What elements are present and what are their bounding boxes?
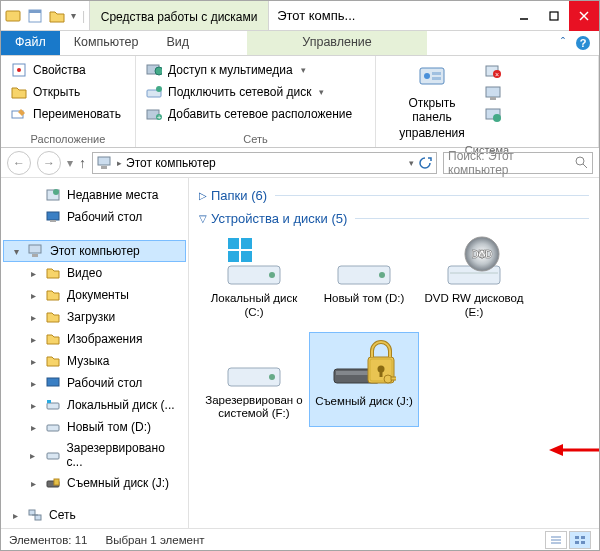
svg-rect-44 [47, 453, 59, 459]
svg-rect-39 [32, 254, 38, 257]
refresh-icon[interactable] [418, 156, 432, 170]
maximize-button[interactable] [539, 1, 569, 31]
svg-rect-56 [241, 251, 252, 262]
contextual-tab-group: Средства работы с дисками [89, 1, 269, 30]
search-input[interactable]: Поиск: Этот компьютер [443, 152, 593, 174]
nav-removable-j[interactable]: ▸Съемный диск (J:) [3, 472, 186, 494]
svg-text:×: × [495, 71, 499, 78]
drive-e[interactable]: DVD DVD RW дисковод (E:) [419, 230, 529, 326]
ribbon-open[interactable]: Открыть [7, 82, 129, 102]
qat-folder-icon[interactable] [49, 8, 65, 24]
svg-line-33 [583, 164, 587, 168]
ribbon-system-icon[interactable] [484, 84, 502, 102]
drive-f[interactable]: Зарезервирован о системой (F:) [199, 332, 309, 428]
svg-rect-80 [575, 536, 579, 539]
nav-desktop2[interactable]: ▸Рабочий стол [3, 372, 186, 394]
tab-file[interactable]: Файл [1, 31, 60, 55]
nav-back-button[interactable]: ← [7, 151, 31, 175]
svg-rect-83 [581, 541, 585, 544]
ribbon-add-net-location[interactable]: +Добавить сетевое расположение [142, 104, 369, 124]
nav-downloads[interactable]: ▸Загрузки [3, 306, 186, 328]
tab-manage[interactable]: Управление [247, 31, 427, 55]
address-bar[interactable]: ▸ Этот компьютер ▾ [92, 152, 437, 174]
help-icon[interactable]: ? [575, 35, 591, 51]
svg-rect-30 [98, 157, 110, 165]
ribbon-map-drive[interactable]: Подключить сетевой диск▾ [142, 82, 369, 102]
nav-pictures[interactable]: ▸Изображения [3, 328, 186, 350]
qat-dropdown-icon[interactable]: ▾ [71, 10, 76, 21]
close-button[interactable] [569, 1, 599, 31]
svg-rect-19 [420, 68, 444, 84]
pc-icon [97, 156, 113, 170]
svg-rect-46 [54, 479, 59, 485]
svg-rect-37 [50, 220, 56, 222]
svg-marker-76 [549, 444, 563, 456]
nav-history-icon[interactable]: ▾ [67, 156, 73, 170]
address-dropdown-icon[interactable]: ▾ [409, 158, 414, 168]
drive-d[interactable]: Новый том (D:) [309, 230, 419, 326]
svg-rect-42 [47, 400, 51, 403]
annotation-arrow [549, 438, 599, 462]
search-icon [575, 156, 588, 169]
drive-c[interactable]: Локальный диск (C:) [199, 230, 309, 326]
svg-point-15 [156, 86, 162, 92]
svg-rect-41 [47, 403, 59, 409]
ribbon-rename[interactable]: Переименовать [7, 104, 129, 124]
tab-view[interactable]: Вид [152, 31, 203, 55]
view-icons-button[interactable] [569, 531, 591, 549]
svg-rect-31 [101, 166, 107, 169]
content-pane[interactable]: ▷Папки (6) ▽Устройства и диски (5) Локал… [189, 178, 599, 528]
ribbon-media-access[interactable]: Доступ к мультимедиа▾ [142, 60, 369, 80]
ribbon-uninstall-icon[interactable]: × [484, 62, 502, 80]
svg-rect-73 [391, 377, 396, 380]
ribbon-properties[interactable]: Свойства [7, 60, 129, 80]
search-placeholder: Поиск: Этот компьютер [448, 149, 571, 177]
svg-rect-43 [47, 425, 59, 431]
svg-point-29 [493, 114, 501, 122]
svg-rect-36 [47, 212, 59, 220]
svg-rect-38 [29, 245, 41, 253]
nav-forward-button[interactable]: → [37, 151, 61, 175]
drive-icon [222, 338, 286, 390]
status-selected: Выбран 1 элемент [105, 534, 204, 546]
navigation-pane[interactable]: Недавние места Рабочий стол ▾Этот компью… [1, 178, 189, 528]
drive-j[interactable]: Съемный диск (J:) [309, 332, 419, 428]
group-devices[interactable]: ▽Устройства и диски (5) [199, 207, 589, 230]
svg-point-58 [379, 272, 385, 278]
nav-desktop[interactable]: Рабочий стол [3, 206, 186, 228]
svg-text:?: ? [580, 37, 587, 49]
qat-properties-icon[interactable] [27, 8, 43, 24]
nav-documents[interactable]: ▸Документы [3, 284, 186, 306]
view-details-button[interactable] [545, 531, 567, 549]
nav-up-button[interactable]: ↑ [79, 155, 86, 171]
svg-rect-53 [228, 238, 239, 249]
nav-new-d[interactable]: ▸Новый том (D:) [3, 416, 186, 438]
minimize-button[interactable] [509, 1, 539, 31]
nav-video[interactable]: ▸Видео [3, 262, 186, 284]
ribbon-group-location: Расположение [7, 131, 129, 145]
group-folders[interactable]: ▷Папки (6) [199, 184, 589, 207]
address-path: Этот компьютер [126, 156, 216, 170]
window-title: Этот компь... [269, 1, 509, 30]
ribbon-open-control-panel[interactable]: Открыть панель управления [382, 60, 482, 142]
svg-rect-54 [241, 238, 252, 249]
tab-computer[interactable]: Компьютер [60, 31, 153, 55]
svg-text:+: + [157, 113, 162, 121]
svg-rect-81 [581, 536, 585, 539]
drive-icon [222, 236, 286, 288]
nav-recent[interactable]: Недавние места [3, 184, 186, 206]
app-icon [5, 8, 21, 24]
nav-this-pc[interactable]: ▾Этот компьютер [3, 240, 186, 262]
nav-network[interactable]: ▸Сеть [3, 504, 186, 526]
nav-local-c[interactable]: ▸Локальный диск (... [3, 394, 186, 416]
ribbon-manage-icon[interactable] [484, 106, 502, 124]
svg-rect-21 [432, 72, 441, 75]
svg-point-35 [53, 189, 59, 195]
nav-music[interactable]: ▸Музыка [3, 350, 186, 372]
svg-rect-40 [47, 378, 59, 386]
tool-tab-label: Средства работы с дисками [100, 10, 258, 24]
nav-reserved[interactable]: ▸Зарезервировано с... [3, 438, 186, 472]
svg-rect-71 [380, 369, 383, 377]
svg-rect-48 [35, 515, 41, 520]
minimize-ribbon-icon[interactable]: ˆ [561, 36, 565, 50]
